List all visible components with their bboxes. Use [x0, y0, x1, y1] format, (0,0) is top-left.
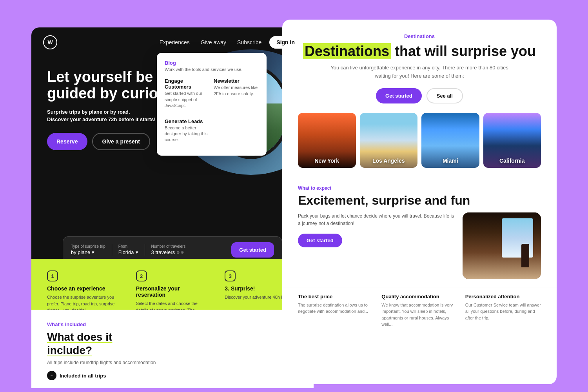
what-expect-title: Excitement, surprise and fun: [298, 193, 541, 208]
dest-card-new-york[interactable]: New York: [298, 113, 356, 168]
room-figure: [521, 244, 529, 267]
dest-card-california[interactable]: California: [483, 113, 541, 168]
travelers-label: Number of travelers: [151, 244, 186, 249]
excitement-text: Excitement: [298, 193, 365, 207]
from-field[interactable]: From Florida ▾: [118, 244, 138, 255]
destinations-title-plain: that will surprise you: [395, 43, 536, 59]
nav-links: Experiences Give away Subscribe: [160, 39, 262, 45]
step-2-title: Personalize your reservation: [136, 285, 209, 298]
what-expect-text: Pack your bags and let chance decide whe…: [298, 212, 455, 247]
price-title: The best price: [298, 294, 374, 299]
right-card: Destinations Destinations that will surp…: [282, 20, 557, 384]
blog-link[interactable]: Blog: [165, 60, 259, 66]
whats-included-title-part1: What does it: [47, 331, 112, 343]
dropdown-grid: Engage Customers Get started with our si…: [165, 78, 259, 148]
whats-included-subtitle: All trips include roundtrip flights and …: [47, 360, 298, 365]
menu-item-newsletter[interactable]: Newsletter We offer measures like 2FA to…: [214, 78, 259, 109]
footer-card-attention: Personalized attention Our Customer Serv…: [465, 294, 541, 328]
newsletter-title: Newsletter: [214, 78, 259, 84]
destinations-title: Destinations that will surprise you: [298, 43, 541, 59]
from-label: From: [118, 244, 138, 249]
hero-subtitle-line2: Discover your adventure: [47, 116, 108, 122]
whats-included-section: What's included What does it include? Al…: [31, 310, 314, 388]
step-3-number: 3: [225, 270, 236, 281]
hero-subtitle-bold: 72h before it starts: [108, 116, 154, 122]
la-label: Los Angeles: [360, 158, 418, 164]
dest-get-started-button[interactable]: Get started: [376, 88, 422, 103]
menu-item-blog[interactable]: Blog Work with the tools and services we…: [165, 60, 259, 73]
dest-see-all-button[interactable]: See all: [426, 88, 463, 103]
footer-card-price: The best price The surprise destination …: [298, 294, 374, 328]
dest-card-miami[interactable]: Miami: [421, 113, 479, 168]
included-badge: − Included in all trips: [47, 371, 298, 380]
accommodation-desc: We know that accommodation is very impor…: [381, 302, 457, 328]
new-york-label: New York: [298, 158, 356, 164]
nav-link-subscribe[interactable]: Subscribe: [237, 39, 261, 45]
room-scene: [463, 212, 541, 279]
destinations-section: Destinations Destinations that will surp…: [282, 20, 557, 178]
destinations-grid: New York Los Angeles Miami California: [298, 113, 541, 168]
blog-desc: Work with the tools and services we use.: [165, 67, 259, 73]
footer-cards: The best price The surprise destination …: [282, 287, 557, 334]
whats-included-title-part2: include?: [47, 344, 92, 356]
leads-desc: Become a better designer by taking this …: [165, 125, 210, 143]
whats-included-title: What does it include?: [47, 330, 298, 357]
brand-logo: W: [43, 35, 57, 49]
search-cta-button[interactable]: Get started: [231, 242, 274, 258]
search-divider-2: [145, 244, 145, 256]
destinations-highlight: Destinations: [303, 43, 391, 59]
travelers-value: 3 travelers ⊖ ⊕: [151, 249, 186, 255]
destinations-tag: Destinations: [298, 33, 541, 39]
expect-room-image: [463, 212, 541, 279]
minus-icon: −: [47, 371, 56, 380]
from-value: Florida ▾: [118, 249, 138, 255]
leads-title: Generate Leads: [165, 118, 210, 124]
what-expect-content: Pack your bags and let chance decide whe…: [298, 212, 541, 279]
hero-subtitle-line1: Surprise trips by plane or by road.: [47, 109, 130, 115]
search-divider: [112, 244, 112, 256]
destinations-desc: You can live unforgettable experience in…: [325, 64, 514, 80]
surprise-fun-text: , surprise and fun: [365, 193, 470, 207]
nav-link-giveaway[interactable]: Give away: [201, 39, 226, 45]
included-badge-text: Included in all trips: [60, 373, 106, 379]
price-desc: The surprise destination allows us to ne…: [298, 302, 374, 315]
stepper-icon: ⊖ ⊕: [176, 250, 184, 254]
trip-type-value: by plane ▾: [71, 249, 105, 255]
accommodation-title: Quality accommodation: [381, 294, 457, 299]
engage-desc: Get started with our simple snippet of J…: [165, 91, 210, 109]
destinations-buttons: Get started See all: [298, 88, 541, 103]
expect-get-started-button[interactable]: Get started: [298, 234, 342, 247]
page-wrapper: W Experiences Give away Subscribe Sign I…: [0, 0, 588, 392]
step-2-number: 2: [136, 270, 147, 281]
what-expect-desc: Pack your bags and let chance decide whe…: [298, 212, 455, 227]
travelers-field[interactable]: Number of travelers 3 travelers ⊖ ⊕: [151, 244, 186, 255]
chevron-down-icon: ▾: [92, 249, 94, 255]
attention-title: Personalized attention: [465, 294, 541, 299]
engage-title: Engage Customers: [165, 78, 210, 90]
menu-item-engage[interactable]: Engage Customers Get started with our si…: [165, 78, 210, 109]
dest-card-los-angeles[interactable]: Los Angeles: [360, 113, 418, 168]
what-expect-tag: What to expect: [298, 185, 541, 191]
menu-item-leads[interactable]: Generate Leads Become a better designer …: [165, 118, 210, 143]
dropdown-menu: Blog Work with the tools and services we…: [157, 53, 267, 156]
trip-type-field[interactable]: Type of surprise trip by plane ▾: [71, 244, 105, 255]
what-to-expect-section: What to expect Excitement, surprise and …: [282, 178, 557, 287]
step-1-title: Choose an experience: [47, 285, 120, 292]
miami-label: Miami: [421, 158, 479, 164]
step-1-number: 1: [47, 270, 58, 281]
signin-button[interactable]: Sign In: [269, 36, 302, 49]
hero-subtitle-end: !: [154, 116, 155, 122]
trip-type-label: Type of surprise trip: [71, 244, 105, 249]
footer-card-accommodation: Quality accommodation We know that accom…: [381, 294, 457, 328]
nav-link-experiences[interactable]: Experiences: [160, 39, 190, 45]
newsletter-desc: We offer measures like 2FA to ensure saf…: [214, 85, 259, 97]
attention-desc: Our Customer Service team will answer al…: [465, 302, 541, 321]
cali-label: California: [483, 158, 541, 164]
whats-included-tag: What's included: [47, 321, 298, 327]
gift-button[interactable]: Give a present: [92, 133, 151, 150]
chevron-down-icon-2: ▾: [136, 249, 138, 255]
reserve-button[interactable]: Reserve: [47, 133, 87, 150]
